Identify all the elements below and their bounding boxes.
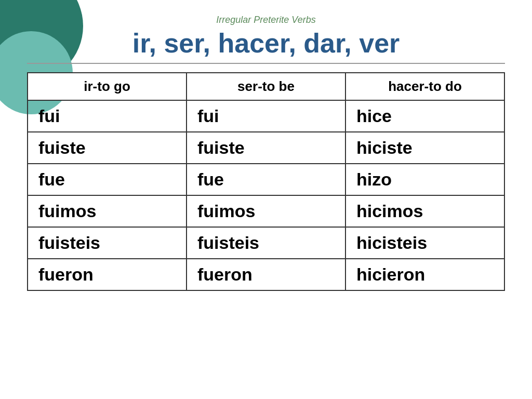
cell-r0-c1: fui <box>187 100 345 132</box>
cell-r1-c2: hiciste <box>345 132 504 164</box>
page-title: ir, ser, hacer, dar, ver <box>132 28 400 59</box>
cell-r5-c0: fueron <box>28 259 187 290</box>
cell-r2-c1: fue <box>187 164 345 195</box>
verb-conjugation-table: ir-to go ser-to be hacer-to do fuifuihic… <box>27 72 505 291</box>
table-row: fuistefuistehiciste <box>28 132 504 164</box>
cell-r0-c0: fui <box>28 100 187 132</box>
main-content: Irregular Preterite Verbs ir, ser, hacer… <box>0 0 532 291</box>
table-row: fuefuehizo <box>28 164 504 195</box>
title-divider <box>27 63 505 64</box>
table-header-row: ir-to go ser-to be hacer-to do <box>28 73 504 100</box>
page-subtitle: Irregular Preterite Verbs <box>216 15 315 25</box>
cell-r4-c0: fuisteis <box>28 227 187 259</box>
col-header-hacer: hacer-to do <box>345 73 504 100</box>
cell-r1-c1: fuiste <box>187 132 345 164</box>
cell-r3-c1: fuimos <box>187 195 345 227</box>
table-row: fuisteisfuisteishicisteis <box>28 227 504 259</box>
table-row: fuimosfuimoshicimos <box>28 195 504 227</box>
col-header-ser: ser-to be <box>187 73 345 100</box>
cell-r4-c2: hicisteis <box>345 227 504 259</box>
table-row: fuifuihice <box>28 100 504 132</box>
cell-r0-c2: hice <box>345 100 504 132</box>
cell-r3-c0: fuimos <box>28 195 187 227</box>
cell-r1-c0: fuiste <box>28 132 187 164</box>
cell-r4-c1: fuisteis <box>187 227 345 259</box>
cell-r5-c2: hicieron <box>345 259 504 290</box>
cell-r2-c2: hizo <box>345 164 504 195</box>
cell-r5-c1: fueron <box>187 259 345 290</box>
cell-r3-c2: hicimos <box>345 195 504 227</box>
col-header-ir: ir-to go <box>28 73 187 100</box>
table-row: fueronfueronhicieron <box>28 259 504 290</box>
cell-r2-c0: fue <box>28 164 187 195</box>
